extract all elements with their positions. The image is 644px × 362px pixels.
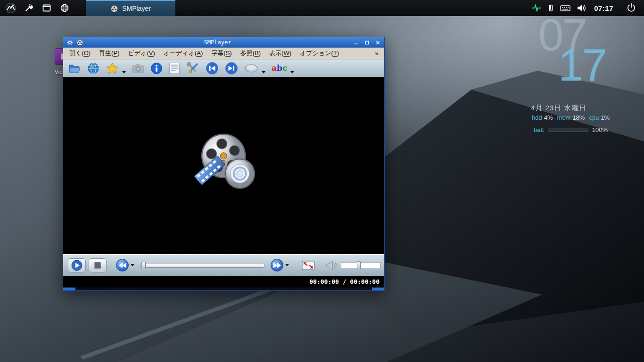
seek-slider-handle[interactable] <box>141 262 146 269</box>
control-bar <box>63 254 384 276</box>
widget-stats: hdd4%mem18%cpu1% <box>532 114 614 121</box>
seek-slider[interactable] <box>140 263 265 268</box>
abc-letter-c: c <box>282 64 287 72</box>
stop-button[interactable] <box>89 258 107 272</box>
volume-slider[interactable] <box>341 262 380 268</box>
taskbar-app-label: SMPlayer <box>122 5 151 12</box>
subtitles-dropdown-caret[interactable] <box>290 71 294 74</box>
titlebar[interactable]: SMPlayer <box>63 37 384 48</box>
favorites-dropdown-caret[interactable] <box>122 71 126 74</box>
menu-bar: 開く(O)再生(P)ビデオ(V)オーディオ(A)字幕(S)参照(B)表示(W)オ… <box>63 48 384 59</box>
paperclip-icon[interactable] <box>547 3 554 13</box>
toolbar: abc <box>63 59 384 77</box>
battery-label: batt <box>534 126 544 133</box>
mute-dropdown-caret[interactable] <box>262 71 265 74</box>
power-button[interactable] <box>626 3 636 13</box>
battery-row: batt 100% <box>534 126 608 133</box>
window-menu-gear-icon[interactable] <box>66 39 74 46</box>
video-area[interactable] <box>63 77 384 254</box>
menu-item[interactable]: オプション(T) <box>296 48 343 58</box>
resize-corner-right[interactable] <box>372 288 384 290</box>
app-icon <box>76 39 83 46</box>
system-activity-icon[interactable] <box>532 4 541 12</box>
menu-item[interactable]: 開く(O) <box>65 48 95 58</box>
maximize-button[interactable] <box>363 39 371 46</box>
window-bottom-edge[interactable] <box>63 288 384 290</box>
smplayer-logo <box>182 127 265 205</box>
volume-icon[interactable] <box>326 260 338 271</box>
battery-value: 100% <box>592 126 608 133</box>
window-frame-icon[interactable] <box>41 2 53 14</box>
top-panel: SMPlayer <box>0 0 644 16</box>
stat-value: 18% <box>572 114 585 121</box>
menu-item[interactable]: 表示(W) <box>265 48 296 58</box>
wrench-icon[interactable] <box>23 2 35 14</box>
next-track-icon[interactable] <box>225 62 238 75</box>
playlist-icon[interactable] <box>169 62 180 74</box>
time-bar: 00:00:00 / 00:00:00 <box>63 276 384 288</box>
window-title: SMPlayer <box>86 39 349 46</box>
widget-date: 4月 23日 水曜日 <box>531 104 586 113</box>
distro-logo-icon[interactable] <box>5 2 17 14</box>
menu-item[interactable]: 参照(B) <box>236 48 265 58</box>
play-button[interactable] <box>68 258 86 272</box>
launcher-area <box>0 2 75 14</box>
stat-value: 4% <box>544 114 553 121</box>
rewind-dropdown-caret[interactable] <box>131 264 134 266</box>
menu-item[interactable]: 再生(P) <box>95 48 124 58</box>
forward-dropdown-caret[interactable] <box>285 264 289 266</box>
volume-handle[interactable] <box>357 261 361 269</box>
menu-items: 開く(O)再生(P)ビデオ(V)オーディオ(A)字幕(S)参照(B)表示(W)オ… <box>65 48 343 58</box>
menu-item[interactable]: 字幕(S) <box>207 48 236 58</box>
menu-item[interactable]: ビデオ(V) <box>124 48 159 58</box>
stat-label: hdd <box>532 114 542 121</box>
favorites-star-icon[interactable] <box>106 62 119 74</box>
mute-icon[interactable] <box>244 64 258 73</box>
desktop: 07 17 4月 23日 水曜日 hdd4%mem18%cpu1% batt 1… <box>0 0 644 362</box>
taskbar-app-icon <box>110 5 118 13</box>
forward-button[interactable] <box>271 259 283 272</box>
system-tray: 07:17 <box>532 3 644 13</box>
screenshot-camera-icon <box>132 63 144 74</box>
battery-bar <box>548 128 588 132</box>
previous-track-icon[interactable] <box>206 62 219 75</box>
keyboard-icon[interactable] <box>560 4 570 12</box>
open-url-globe-icon[interactable] <box>87 62 99 74</box>
widget-minute: 17 <box>558 42 606 88</box>
information-icon[interactable] <box>150 62 163 74</box>
smplayer-window: SMPlayer 開く(O)再生(P)ビデオ(V)オーディオ(A)字幕(S)参照… <box>63 37 385 291</box>
stat-value: 1% <box>601 114 610 121</box>
close-button[interactable] <box>373 39 382 46</box>
clock-widget: 07 17 4月 23日 水曜日 hdd4%mem18%cpu1% batt 1… <box>527 14 638 137</box>
panel-clock[interactable]: 07:17 <box>594 4 613 12</box>
abc-letter-b: b <box>277 64 282 72</box>
volume-tray-icon[interactable] <box>577 4 586 12</box>
open-file-icon[interactable] <box>68 63 81 74</box>
preferences-tools-icon[interactable] <box>186 62 199 74</box>
menu-item[interactable]: オーディオ(A) <box>159 48 207 58</box>
minimize-button[interactable] <box>352 39 360 46</box>
resize-corner-left[interactable] <box>63 288 75 290</box>
fullscreen-button[interactable] <box>301 260 315 271</box>
globe-icon[interactable] <box>58 2 71 14</box>
time-display: 00:00:00 / 00:00:00 <box>309 278 380 285</box>
menu-overflow-button[interactable]: » <box>371 49 382 57</box>
subtitles-abc-icon[interactable]: abc <box>272 64 287 72</box>
abc-letter-a: a <box>272 64 277 72</box>
taskbar-item-smplayer[interactable]: SMPlayer <box>86 0 175 16</box>
stat-label: mem <box>557 114 571 121</box>
stat-label: cpu <box>589 114 599 121</box>
rewind-button[interactable] <box>116 259 129 272</box>
